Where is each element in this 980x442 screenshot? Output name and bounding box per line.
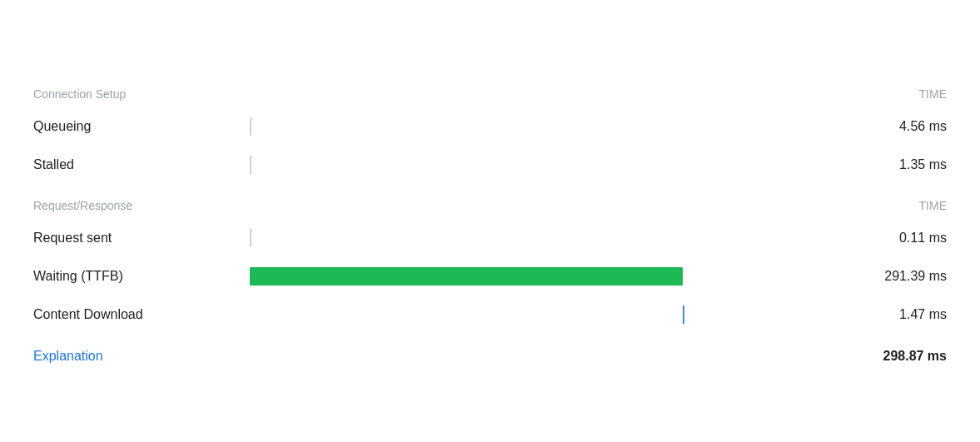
request-sent-bar-area (250, 226, 838, 251)
queueing-row: Queueing 4.56 ms (33, 107, 947, 146)
stalled-bar-area (250, 152, 838, 177)
connection-setup-label: Connection Setup (33, 87, 126, 101)
waiting-ttfb-row: Waiting (TTFB) 291.39 ms (33, 257, 947, 295)
stalled-divider (250, 156, 251, 174)
queueing-divider (250, 117, 251, 136)
content-download-bar-area (250, 302, 838, 327)
request-response-time-label: TIME (919, 199, 947, 212)
waiting-ttfb-label: Waiting (TTFB) (33, 269, 250, 284)
queueing-time: 4.56 ms (838, 119, 947, 134)
content-download-time: 1.47 ms (838, 307, 947, 322)
request-sent-time: 0.11 ms (838, 231, 947, 246)
stalled-time: 1.35 ms (838, 157, 947, 172)
request-response-label: Request/Response (33, 199, 132, 212)
request-response-header: Request/Response TIME (33, 191, 947, 219)
waiting-ttfb-time: 291.39 ms (838, 269, 947, 284)
connection-setup-time-label: TIME (919, 87, 947, 101)
total-time: 298.87 ms (883, 349, 947, 364)
waiting-ttfb-bar-area (250, 264, 838, 289)
content-download-row: Content Download 1.47 ms (33, 295, 947, 334)
explanation-link[interactable]: Explanation (33, 349, 103, 364)
queueing-bar-area (250, 114, 838, 139)
timing-panel: Connection Setup TIME Queueing 4.56 ms S… (0, 0, 980, 442)
request-sent-divider (250, 229, 251, 247)
connection-setup-header: Connection Setup TIME (33, 79, 947, 107)
stalled-row: Stalled 1.35 ms (33, 146, 947, 184)
request-sent-row: Request sent 0.11 ms (33, 219, 947, 257)
content-download-line (683, 305, 684, 324)
request-sent-label: Request sent (33, 231, 250, 246)
stalled-label: Stalled (33, 157, 250, 172)
queueing-label: Queueing (33, 119, 250, 134)
content-download-label: Content Download (33, 307, 250, 322)
footer-row: Explanation 298.87 ms (33, 337, 947, 364)
waiting-ttfb-bar (250, 267, 683, 286)
